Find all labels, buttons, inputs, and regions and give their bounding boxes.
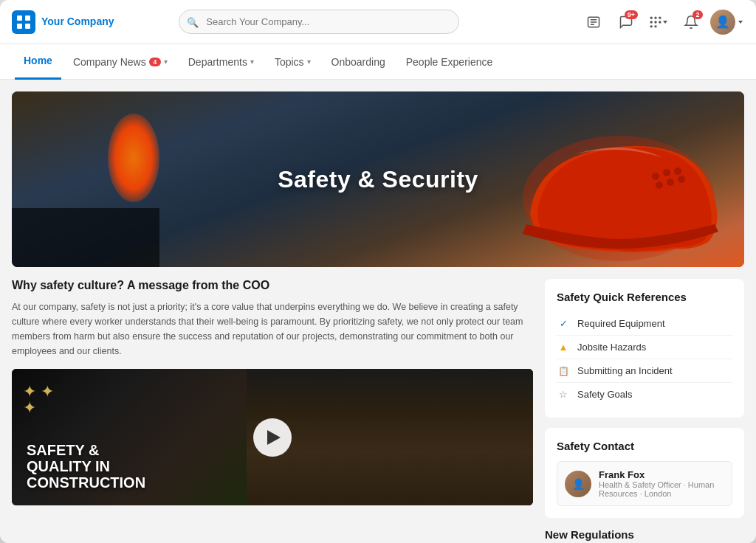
new-regulations-title: New Regulations bbox=[545, 528, 744, 541]
quick-ref-label: Submitting an Incident bbox=[577, 365, 673, 376]
nav-item-topics[interactable]: Topics ▾ bbox=[266, 44, 320, 80]
quick-ref-safety-goals[interactable]: ☆ Safety Goals bbox=[557, 383, 732, 406]
svg-rect-2 bbox=[17, 24, 22, 29]
quick-references-title: Safety Quick References bbox=[557, 291, 732, 303]
quick-ref-required-equipment[interactable]: ✓ Required Equipment bbox=[557, 312, 732, 336]
svg-point-15 bbox=[654, 25, 656, 27]
document-icon: 📋 bbox=[557, 366, 570, 376]
quick-ref-label: Safety Goals bbox=[577, 389, 632, 400]
contact-avatar: 👤 bbox=[565, 471, 591, 497]
app-screen: Your Company 🔍 9+ bbox=[0, 0, 756, 543]
svg-point-10 bbox=[659, 16, 661, 18]
search-input[interactable] bbox=[179, 10, 459, 34]
avatar-inner: 👤 bbox=[710, 10, 735, 35]
profile-button[interactable]: 👤 bbox=[710, 10, 744, 35]
col-left: Why safety culture? A message from the C… bbox=[12, 279, 533, 541]
nav-item-home[interactable]: Home bbox=[15, 44, 61, 80]
hero-title: Safety & Security bbox=[12, 91, 744, 267]
chat-badge: 9+ bbox=[625, 10, 638, 19]
contact-info: Frank Fox Health & Safety Officer · Huma… bbox=[599, 469, 724, 498]
svg-rect-0 bbox=[17, 15, 22, 21]
nav-item-company-news[interactable]: Company News 4 ▾ bbox=[64, 44, 176, 80]
contacts-button[interactable] bbox=[580, 9, 607, 35]
safety-contact-section: Safety Contact 👤 Frank Fox Health & Safe… bbox=[545, 428, 744, 518]
stars-overlay: ✦ ✦✦ bbox=[23, 384, 54, 416]
main-content: Safety & Security Why safety culture? A … bbox=[0, 80, 756, 543]
video-thumbnail[interactable]: ✦ ✦✦ SAFETY & QUALITY IN CONSTRUCTION bbox=[12, 369, 533, 505]
quick-ref-submitting-incident[interactable]: 📋 Submitting an Incident bbox=[557, 359, 732, 383]
company-news-badge: 4 bbox=[149, 58, 161, 66]
warning-icon: ▲ bbox=[557, 342, 570, 353]
safety-contact-title: Safety Contact bbox=[557, 440, 732, 452]
content-columns: Why safety culture? A message from the C… bbox=[12, 279, 744, 541]
logo[interactable]: Your Company bbox=[12, 10, 114, 34]
new-regulations-section: New Regulations bbox=[545, 528, 744, 541]
search-icon: 🔍 bbox=[187, 16, 199, 27]
contact-role: Health & Safety Officer · Human Resource… bbox=[599, 480, 724, 498]
quick-ref-label: Required Equipment bbox=[577, 318, 665, 329]
apps-button[interactable] bbox=[645, 9, 672, 35]
nav-bar: Home Company News 4 ▾ Departments ▾ Topi… bbox=[0, 44, 756, 80]
topics-chevron: ▾ bbox=[307, 58, 311, 66]
top-actions: 9+ bbox=[580, 9, 744, 35]
svg-point-9 bbox=[654, 16, 656, 18]
play-button[interactable] bbox=[253, 418, 292, 457]
check-icon: ✓ bbox=[557, 318, 570, 329]
article-title: Why safety culture? A message from the C… bbox=[12, 279, 533, 292]
avatar: 👤 bbox=[710, 10, 735, 35]
svg-point-12 bbox=[654, 21, 656, 23]
contact-card[interactable]: 👤 Frank Fox Health & Safety Officer · Hu… bbox=[557, 461, 732, 506]
article-body: At our company, safety is not just a pri… bbox=[12, 300, 533, 359]
notifications-button[interactable]: 2 bbox=[678, 9, 704, 35]
logo-icon bbox=[12, 10, 35, 34]
departments-chevron: ▾ bbox=[250, 58, 254, 66]
nav-item-departments[interactable]: Departments ▾ bbox=[179, 44, 263, 80]
nav-item-people-experience[interactable]: People Experience bbox=[397, 44, 502, 80]
svg-point-14 bbox=[650, 25, 652, 27]
video-overlay-text: SAFETY & QUALITY IN CONSTRUCTION bbox=[27, 442, 145, 491]
svg-point-11 bbox=[650, 21, 652, 23]
col-right: Safety Quick References ✓ Required Equip… bbox=[545, 279, 744, 541]
quick-ref-label: Jobsite Hazards bbox=[577, 342, 646, 353]
search-bar: 🔍 bbox=[179, 10, 459, 34]
nav-item-onboarding[interactable]: Onboarding bbox=[323, 44, 394, 80]
logo-text: Your Company bbox=[41, 15, 114, 28]
svg-point-8 bbox=[650, 16, 652, 18]
svg-rect-1 bbox=[25, 15, 30, 21]
svg-point-13 bbox=[659, 21, 661, 23]
chat-button[interactable]: 9+ bbox=[613, 9, 639, 35]
hero-banner: Safety & Security bbox=[12, 91, 744, 267]
svg-rect-3 bbox=[25, 24, 30, 29]
quick-references-section: Safety Quick References ✓ Required Equip… bbox=[545, 279, 744, 418]
notifications-badge: 2 bbox=[693, 10, 703, 19]
company-news-chevron: ▾ bbox=[164, 58, 168, 66]
top-bar: Your Company 🔍 9+ bbox=[0, 0, 756, 44]
star-icon: ☆ bbox=[557, 389, 570, 400]
quick-ref-jobsite-hazards[interactable]: ▲ Jobsite Hazards bbox=[557, 336, 732, 359]
contact-name: Frank Fox bbox=[599, 469, 724, 480]
